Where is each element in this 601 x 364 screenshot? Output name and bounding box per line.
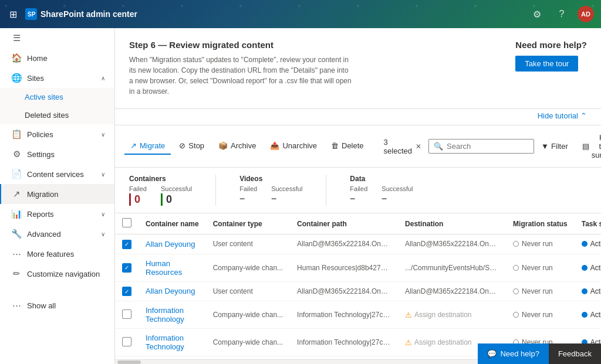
feedback-bar: 💬 Need help? Feedback xyxy=(478,343,601,364)
sidebar-item-policies[interactable]: 📋 Policies ∨ xyxy=(0,124,114,144)
feedback-button[interactable]: Feedback xyxy=(549,343,601,364)
row-checkbox-1[interactable]: ✓ xyxy=(122,263,131,273)
home-icon: 🏠 xyxy=(11,53,22,63)
migration-table: Container name Container type Container … xyxy=(115,213,601,359)
row-checkbox-cell xyxy=(115,329,139,356)
hide-tutorial-button[interactable]: Hide tutorial ⌃ xyxy=(538,111,587,120)
sidebar-item-show-all[interactable]: ⋯ Show all xyxy=(0,295,114,315)
tutorial-hide-row: Hide tutorial ⌃ xyxy=(115,109,601,125)
row-checkbox-2[interactable]: ✓ xyxy=(122,287,131,296)
sidebar-item-advanced[interactable]: 🔧 Advanced ∨ xyxy=(0,224,114,244)
more-features-icon: ⋯ xyxy=(11,249,22,259)
settings-icon[interactable]: ⚙ xyxy=(528,5,546,23)
chevron-down-icon-4: ∨ xyxy=(101,231,105,237)
migration-icon: ↗ xyxy=(11,189,22,199)
container-name-link[interactable]: Allan Deyoung xyxy=(146,240,195,249)
container-path-cell: Human Resources|d8b427ba-47d4-42f9-... xyxy=(290,254,398,281)
migration-status-dot xyxy=(513,265,519,271)
destination-cell: AllanD@M365x222184.OnMicrosoft.com xyxy=(398,234,506,254)
videos-title: Videos xyxy=(239,175,302,183)
container-name-link[interactable]: Information Technology xyxy=(146,334,184,351)
content-area: Step 6 — Review migrated content When "M… xyxy=(115,28,601,364)
task-state-dot xyxy=(582,312,588,318)
sidebar-item-deleted-sites[interactable]: Deleted sites xyxy=(0,106,114,124)
th-migration-status[interactable]: Migration status xyxy=(506,213,575,234)
hide-table-button[interactable]: ▤ Hide table summary xyxy=(578,130,601,162)
reports-icon: 📊 xyxy=(11,209,22,219)
tutorial-step: Step 6 — Review migrated content When "M… xyxy=(129,40,480,97)
sidebar-item-content-services[interactable]: 📄 Content services ∨ xyxy=(0,164,114,184)
tutorial-step-text: When "Migration status" updates to "Comp… xyxy=(129,55,352,97)
sidebar-item-reports[interactable]: 📊 Reports ∨ xyxy=(0,204,114,224)
clear-selection-button[interactable]: ✕ xyxy=(416,142,421,151)
migration-status-dot xyxy=(513,241,519,247)
stop-icon: ⊘ xyxy=(179,141,185,150)
th-container-type[interactable]: Container type xyxy=(206,213,290,234)
container-name-cell: Human Resources xyxy=(139,254,206,281)
sidebar-item-home[interactable]: 🏠 Home xyxy=(0,48,114,68)
th-task-state[interactable]: Task state xyxy=(575,213,601,234)
archive-tab[interactable]: 📦 Archive xyxy=(212,138,262,155)
toolbar-actions: ▼ Filter ▤ Hide table summary ⋮ xyxy=(536,130,601,162)
container-name-link[interactable]: Human Resources xyxy=(146,259,182,277)
task-state-cell: Active xyxy=(575,254,601,281)
delete-icon: 🗑 xyxy=(331,141,339,150)
migrate-tab[interactable]: ↗ Migrate xyxy=(124,138,171,155)
sidebar-item-sites[interactable]: 🌐 Sites ∧ xyxy=(0,68,114,88)
advanced-icon: 🔧 xyxy=(11,229,22,239)
task-state-dot xyxy=(582,241,588,247)
container-name-link[interactable]: Allan Deyoung xyxy=(146,287,195,295)
waffle-icon[interactable]: ⊞ xyxy=(7,6,19,22)
content-services-icon: 📄 xyxy=(11,169,22,179)
th-destination[interactable]: Destination xyxy=(398,213,506,234)
row-checkbox-3[interactable] xyxy=(122,309,131,319)
videos-success: Successful – xyxy=(271,185,302,204)
topbar-actions: ⚙ ? AD xyxy=(528,5,594,23)
unarchive-tab[interactable]: 📤 Unarchive xyxy=(264,138,323,155)
chevron-up-icon-2: ⌃ xyxy=(580,111,587,120)
sidebar-item-customize-navigation[interactable]: ✏ Customize navigation xyxy=(0,264,114,284)
settings-nav-icon: ⚙ xyxy=(11,149,22,159)
stop-tab[interactable]: ⊘ Stop xyxy=(173,138,210,155)
th-container-path[interactable]: Container path xyxy=(290,213,398,234)
tutorial-banner: Step 6 — Review migrated content When "M… xyxy=(115,28,601,109)
filter-button[interactable]: ▼ Filter xyxy=(536,139,573,154)
destination-cell: AllanD@M365x222184.OnMicrosoft.com xyxy=(398,281,506,301)
sidebar-item-migration[interactable]: ↗ Migration xyxy=(0,184,114,204)
data-stats: Data Failed – Successful – xyxy=(350,175,436,206)
chevron-down-icon-3: ∨ xyxy=(101,211,105,217)
th-container-name[interactable]: Container name xyxy=(139,213,206,234)
container-name-cell: Allan Deyoung xyxy=(139,234,206,254)
container-name-cell: Information Technology xyxy=(139,329,206,356)
tutorial-help-title: Need more help? xyxy=(515,40,587,50)
search-input[interactable] xyxy=(447,142,529,151)
avatar[interactable]: AD xyxy=(578,6,594,22)
row-checkbox-4[interactable] xyxy=(122,337,131,346)
main-layout: ☰ 🏠 Home 🌐 Sites ∧ Active sites Deleted … xyxy=(0,28,601,364)
select-all-checkbox[interactable] xyxy=(122,218,131,227)
unarchive-icon: 📤 xyxy=(270,141,279,150)
sidebar-item-active-sites[interactable]: Active sites xyxy=(0,88,114,106)
migration-status-dot xyxy=(513,288,519,294)
container-type-cell: Company-wide chan... xyxy=(206,254,290,281)
tutorial-help: Need more help? Take the tour xyxy=(515,40,587,72)
row-checkbox-0[interactable]: ✓ xyxy=(122,240,131,249)
stats-row: Containers Failed 0 Successful 0 Videos xyxy=(115,168,601,213)
chevron-down-icon: ∨ xyxy=(101,131,105,138)
delete-tab[interactable]: 🗑 Delete xyxy=(325,138,370,155)
table-row: ✓ Allan DeyoungUser contentAllanD@M365x2… xyxy=(115,234,601,254)
need-help-button[interactable]: 💬 Need help? xyxy=(478,343,549,364)
search-box[interactable]: 🔍 xyxy=(428,139,534,154)
svg-text:SP: SP xyxy=(28,11,36,18)
table-icon: ▤ xyxy=(582,142,589,151)
sidebar-toggle[interactable]: ☰ xyxy=(0,28,114,48)
container-type-cell: Company-wide chan... xyxy=(206,301,290,329)
container-name-link[interactable]: Information Technology xyxy=(146,306,184,324)
sidebar-item-settings[interactable]: ⚙ Settings xyxy=(0,144,114,164)
th-checkbox xyxy=(115,213,139,234)
row-checkbox-cell: ✓ xyxy=(115,281,139,301)
help-icon[interactable]: ? xyxy=(553,5,570,23)
sidebar-item-more-features[interactable]: ⋯ More features xyxy=(0,244,114,264)
app-title: SP SharePoint admin center xyxy=(25,8,137,20)
take-tour-button[interactable]: Take the tour xyxy=(515,56,578,72)
